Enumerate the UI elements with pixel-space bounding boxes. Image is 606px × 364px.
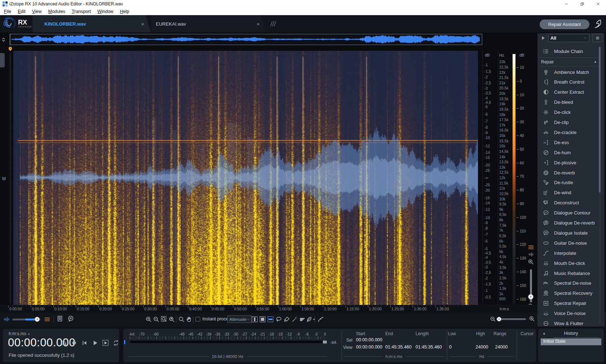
view-length[interactable]: 01:45:35.460: [416, 345, 442, 350]
balance-knob[interactable]: [35, 317, 40, 322]
bezier-tool-button[interactable]: [317, 316, 324, 323]
module-item-guitar-de-noise[interactable]: Guitar De-noise: [537, 238, 605, 248]
freq-range[interactable]: 24000: [495, 345, 508, 350]
preset-dropdown[interactable]: All: [548, 34, 589, 42]
module-item-center-extract[interactable]: Center Extract: [537, 87, 605, 97]
module-item-spectral-repair[interactable]: Spectral Repair: [537, 298, 605, 308]
module-item-de-bleed[interactable]: De-bleed: [537, 97, 605, 107]
headphones-button[interactable]: [60, 339, 67, 346]
tab-eurekai[interactable]: EUREKAI.wav ×: [152, 15, 266, 32]
skip-to-start-button[interactable]: [81, 339, 88, 346]
magic-wand-tool-button[interactable]: [291, 316, 298, 323]
module-chain-button[interactable]: Module Chain: [537, 46, 605, 56]
overview-waveform[interactable]: [10, 34, 482, 45]
play-button[interactable]: [91, 339, 98, 346]
zoom-in-tool-button[interactable]: [145, 316, 152, 323]
play-selection-button[interactable]: [102, 339, 109, 346]
panel-menu-button[interactable]: [592, 34, 602, 42]
marker-pin-icon[interactable]: [7, 45, 13, 53]
zoom-out-tool-button[interactable]: [153, 316, 160, 323]
repair-section-header[interactable]: Repair: [541, 59, 554, 65]
zoom-region-tool-button[interactable]: [168, 316, 175, 323]
freq-low[interactable]: 0: [449, 345, 452, 350]
module-item-de-wind[interactable]: De-wind: [537, 188, 605, 198]
menu-window[interactable]: Window: [94, 9, 117, 14]
waveform-spectrogram-balance-slider[interactable]: [12, 319, 40, 320]
module-item-de-rustle[interactable]: De-rustle: [537, 178, 605, 188]
view-start[interactable]: 00:00:00.000: [356, 345, 382, 350]
module-item-mouth-de-click[interactable]: Mouth De-click: [537, 258, 605, 268]
menu-modules[interactable]: Modules: [45, 9, 69, 14]
module-item-dialogue-de-reverb[interactable]: Dialogue De-reverb: [537, 218, 605, 228]
brush-tool-button[interactable]: [283, 316, 290, 323]
lasso-tool-button[interactable]: [275, 316, 282, 323]
overview-resize-handle[interactable]: [1, 35, 7, 45]
close-button[interactable]: [590, 0, 606, 8]
sel-start[interactable]: 00:00:00.000: [356, 337, 382, 342]
h-zoom-in-button[interactable]: [528, 315, 535, 322]
vertical-zoom-knob[interactable]: [528, 294, 533, 299]
spectrogram-view[interactable]: [13, 51, 478, 305]
menu-file[interactable]: File: [1, 9, 14, 14]
module-item-spectral-recovery[interactable]: Spectral Recovery: [537, 288, 605, 298]
hand-tool-button[interactable]: [185, 316, 193, 323]
level-meter[interactable]: [130, 340, 326, 343]
feather-options-button[interactable]: [312, 316, 316, 323]
menu-transport[interactable]: Transport: [69, 9, 94, 14]
collapse-triangle-icon[interactable]: ▲: [594, 60, 597, 63]
time-ruler[interactable]: 0:00:000:05:000:10:000:15:000:20:000:25:…: [0, 305, 537, 312]
menu-view[interactable]: View: [29, 9, 45, 14]
preview-play-button[interactable]: [540, 35, 546, 42]
spectrogram-settings-icon[interactable]: [43, 316, 51, 324]
module-item-dialogue-isolate[interactable]: Dialogue Isolate: [537, 228, 605, 238]
module-item-de-reverb[interactable]: De-reverb: [537, 168, 605, 178]
tab-close-icon[interactable]: ×: [141, 21, 144, 27]
menu-edit[interactable]: Edit: [14, 9, 29, 14]
view-end[interactable]: 01:45:35.460: [385, 345, 412, 350]
time-frequency-selection-tool-button[interactable]: [259, 316, 266, 323]
signal-flow-icon[interactable]: [592, 18, 604, 31]
adjust-tool-button[interactable]: [299, 316, 306, 323]
time-selection-tool-button[interactable]: [251, 316, 258, 323]
module-item-de-click[interactable]: De-click: [537, 107, 605, 117]
left-dock-handle[interactable]: [0, 53, 5, 67]
module-item-interpolate[interactable]: Interpolate: [537, 248, 605, 258]
h-zoom-out-button[interactable]: [489, 315, 496, 323]
freq-high[interactable]: 24000: [476, 345, 488, 350]
module-item-de-crackle[interactable]: De-crackle: [537, 127, 605, 137]
module-item-spectral-de-noise[interactable]: Spectral De-noise: [537, 278, 605, 288]
menu-help[interactable]: Help: [117, 9, 132, 14]
tab-kinolorber[interactable]: KINOLORBER.wav ×: [32, 15, 151, 32]
instant-process-checkbox[interactable]: [196, 317, 200, 321]
session-notes-button[interactable]: [56, 315, 63, 322]
module-item-de-plosive[interactable]: De-plosive: [537, 157, 605, 168]
search-tool-button[interactable]: [178, 316, 185, 323]
minimize-button[interactable]: [558, 0, 574, 8]
module-item-music-rebalance[interactable]: Music Rebalance: [537, 268, 605, 278]
record-button[interactable]: [70, 339, 78, 346]
waveform-mode-icon[interactable]: [527, 252, 535, 259]
spectrogram-mode-icon[interactable]: [527, 244, 535, 252]
process-mode-dropdown[interactable]: Attenuate: [227, 315, 252, 323]
module-item-dialogue-contour[interactable]: Dialogue Contour: [537, 208, 605, 218]
module-item-de-hum[interactable]: De-hum: [537, 147, 605, 157]
module-item-breath-control[interactable]: Breath Control: [537, 77, 605, 87]
history-item[interactable]: Initial State: [541, 338, 601, 345]
zoom-selection-tool-button[interactable]: [161, 316, 168, 323]
frequency-selection-tool-button[interactable]: [267, 316, 274, 323]
module-item-wow-flutter[interactable]: Wow & Flutter: [537, 319, 605, 327]
repair-assistant-button[interactable]: Repair Assistant: [540, 19, 589, 29]
module-item-de-clip[interactable]: De-clip: [537, 117, 605, 128]
feedback-button[interactable]: [67, 315, 74, 322]
vertical-zoom-in-button[interactable]: [527, 258, 534, 265]
module-item-voice-de-noise[interactable]: Voice De-noise: [537, 308, 605, 319]
module-item-de-ess[interactable]: ssDe-ess: [537, 137, 605, 147]
h-zoom-knob[interactable]: [497, 317, 501, 321]
module-item-deconstruct[interactable]: Deconstruct: [537, 198, 605, 208]
tab-close-icon[interactable]: ×: [256, 21, 260, 27]
tab-overflow-icon[interactable]: [269, 20, 277, 29]
loop-button[interactable]: [112, 339, 119, 346]
time-format-selector[interactable]: h:m:s.ms ▼: [9, 331, 30, 336]
restore-button[interactable]: [574, 0, 590, 8]
module-item-ambience-match[interactable]: Ambience Match: [537, 67, 605, 77]
